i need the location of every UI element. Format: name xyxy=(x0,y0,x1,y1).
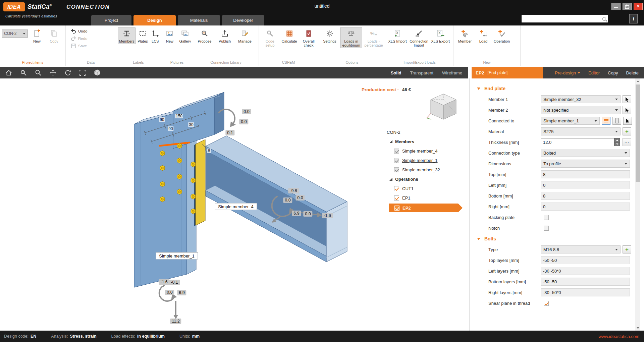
delete-operation-link[interactable]: Delete xyxy=(626,70,639,75)
zoom-icon[interactable] xyxy=(34,69,42,77)
info-button[interactable]: i xyxy=(629,14,638,23)
tree-item-operation[interactable]: CUT1 xyxy=(384,184,468,193)
new-member-button[interactable]: Member xyxy=(455,27,475,44)
material-dropdown[interactable]: S275 xyxy=(541,127,621,135)
plate-orientation-web-button[interactable] xyxy=(612,117,621,125)
view-mode-wireframe[interactable]: Wireframe xyxy=(442,70,462,75)
bottom-layers-input[interactable] xyxy=(541,278,630,286)
loads-in-equilibrium-button[interactable]: Loads in equilibrium xyxy=(340,27,362,48)
thickness-more-button[interactable]: ... xyxy=(623,138,631,146)
picture-new-button[interactable]: New xyxy=(163,27,177,44)
close-button[interactable]: × xyxy=(634,3,643,10)
save-button[interactable]: Save xyxy=(67,42,116,50)
zoom-window-icon[interactable] xyxy=(19,69,28,77)
member-label-beam[interactable]: Simple member_4 xyxy=(215,203,257,210)
view-mode-transparent[interactable]: Transparent xyxy=(410,70,433,75)
copy-project-item-button[interactable]: Copy xyxy=(46,27,62,44)
pan-icon[interactable] xyxy=(49,69,57,77)
notch-checkbox[interactable] xyxy=(544,226,549,231)
connected-to-pick-button[interactable] xyxy=(623,117,632,125)
top-layers-input[interactable] xyxy=(541,256,630,264)
predesign-dropdown[interactable]: Pre-design xyxy=(555,70,580,75)
new-project-item-button[interactable]: New xyxy=(29,27,45,44)
member2-pick-button[interactable] xyxy=(623,106,631,114)
undo-button[interactable]: Undo xyxy=(67,27,116,35)
tree-item-member[interactable]: Simple member_4 xyxy=(384,146,468,156)
scrollbar-down-button[interactable] xyxy=(635,325,640,331)
xls-import-button[interactable]: X XLS Import xyxy=(388,27,407,44)
tree-group-operations[interactable]: Operations xyxy=(384,174,468,184)
manage-button[interactable]: Manage xyxy=(235,27,255,44)
plate-orientation-flange-button[interactable] xyxy=(602,117,610,125)
tree-group-members[interactable]: Members xyxy=(384,137,468,146)
add-bolt-type-button[interactable]: + xyxy=(623,245,631,253)
labels-members-button[interactable]: Members xyxy=(118,27,136,44)
propose-button[interactable]: Propose xyxy=(195,27,214,44)
maximize-button[interactable] xyxy=(623,3,632,10)
xls-export-button[interactable]: X XLS Export xyxy=(431,27,450,44)
solid-box-icon[interactable] xyxy=(93,69,101,77)
minimize-button[interactable] xyxy=(611,3,621,10)
shear-plane-checkbox[interactable] xyxy=(544,301,549,306)
section-bolts[interactable]: Bolts xyxy=(472,233,635,244)
tree-item-operation-selected[interactable]: EP2 xyxy=(389,204,463,212)
member-visibility-checkbox[interactable] xyxy=(394,158,399,163)
publish-button[interactable]: Publish xyxy=(215,27,234,44)
new-load-button[interactable]: Load xyxy=(475,27,491,44)
operation-enabled-checkbox[interactable] xyxy=(394,195,399,201)
view-mode-solid[interactable]: Solid xyxy=(391,70,401,75)
settings-button[interactable]: Settings xyxy=(320,27,339,44)
operation-enabled-checkbox[interactable] xyxy=(394,206,399,211)
dimensions-dropdown[interactable]: To profile xyxy=(541,160,630,168)
code-setup-button[interactable]: Code setup xyxy=(261,27,279,48)
labels-plates-button[interactable]: Plates xyxy=(136,27,149,44)
website-link[interactable]: www.ideastatica.com xyxy=(599,334,639,339)
search-icon[interactable] xyxy=(602,17,606,21)
section-end-plate[interactable]: End plate xyxy=(472,83,635,94)
tree-item-member[interactable]: Simple member_32 xyxy=(384,165,468,174)
home-view-icon[interactable] xyxy=(5,69,13,77)
member1-dropdown[interactable]: Simple member_32 xyxy=(541,95,621,103)
bottom-input[interactable] xyxy=(541,192,630,200)
right-layers-input[interactable] xyxy=(541,288,630,296)
copy-operation-link[interactable]: Copy xyxy=(608,70,618,75)
scrollbar-up-button[interactable] xyxy=(635,78,640,84)
tab-design[interactable]: Design xyxy=(133,15,176,25)
bolt-type-dropdown[interactable]: M16 8.8 xyxy=(541,245,621,253)
tree-item-operation[interactable]: EP1 xyxy=(384,193,468,203)
thickness-input[interactable] xyxy=(541,138,614,146)
loads-percentage-button[interactable]: % Loads - percentage xyxy=(363,27,384,48)
member-visibility-checkbox[interactable] xyxy=(394,167,399,172)
panel-scrollbar[interactable] xyxy=(635,78,640,331)
member1-pick-button[interactable] xyxy=(623,95,631,103)
editor-link[interactable]: Editor xyxy=(588,70,600,75)
connection-import-button[interactable]: Connection Import xyxy=(408,27,430,48)
left-layers-input[interactable] xyxy=(541,267,630,275)
calculate-button[interactable]: Calculate xyxy=(280,27,299,44)
tab-developer[interactable]: Developer xyxy=(222,15,264,25)
rotate-view-icon[interactable] xyxy=(64,69,72,77)
tab-project[interactable]: Project xyxy=(91,15,131,25)
member-label-column[interactable]: Simple member_1 xyxy=(156,252,198,260)
tree-item-member[interactable]: Simple member_1 xyxy=(384,156,468,165)
new-operation-button[interactable]: Operation xyxy=(492,27,512,44)
right-input[interactable] xyxy=(541,203,630,211)
top-input[interactable] xyxy=(541,170,630,178)
thickness-stepper[interactable] xyxy=(614,138,620,146)
zoom-fit-icon[interactable] xyxy=(78,69,87,77)
tab-materials[interactable]: Materials xyxy=(178,15,220,25)
backing-plate-checkbox[interactable] xyxy=(544,215,549,220)
picture-gallery-button[interactable]: Gallery xyxy=(177,27,193,44)
orientation-cube[interactable] xyxy=(427,94,456,119)
member-visibility-checkbox[interactable] xyxy=(394,149,399,154)
labels-lcs-button[interactable]: LCS xyxy=(150,27,161,44)
connection-type-dropdown[interactable]: Bolted xyxy=(541,149,630,157)
add-material-button[interactable]: + xyxy=(623,127,631,135)
connection-selector-combo[interactable]: CON-2 xyxy=(2,30,28,38)
member2-dropdown[interactable]: Not specified xyxy=(541,106,621,114)
left-input[interactable] xyxy=(541,181,630,189)
overall-check-button[interactable]: Overall check xyxy=(299,27,318,48)
scrollbar-thumb[interactable] xyxy=(636,84,640,182)
search-input[interactable] xyxy=(524,16,602,21)
operation-enabled-checkbox[interactable] xyxy=(394,186,399,191)
